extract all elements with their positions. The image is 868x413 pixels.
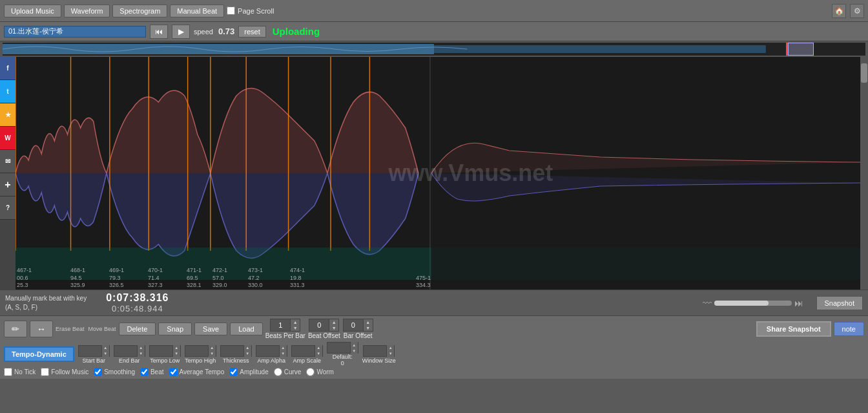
skip-back-button[interactable]: ⏮ xyxy=(150,25,168,39)
snapshot-button[interactable]: Snapshot xyxy=(816,296,863,310)
beat-offset-down[interactable]: ▼ xyxy=(329,325,338,331)
end-bar-up[interactable]: ▲ xyxy=(137,345,145,351)
tempo-dynamic-button[interactable]: Tempo-Dynamic xyxy=(4,346,74,362)
spectrogram-button[interactable]: Spectrogram xyxy=(112,5,167,17)
worm-radio[interactable] xyxy=(306,368,315,376)
help-button[interactable]: ? xyxy=(0,196,16,220)
no-tick-checkbox[interactable] xyxy=(4,368,12,376)
beats-per-bar-label: Beats Per Bar xyxy=(265,332,305,339)
amplitude-checkbox[interactable] xyxy=(229,368,238,376)
thickness-spinbox[interactable]: ▲ ▼ xyxy=(220,345,252,357)
tempo-high-spinbox[interactable]: ▲ ▼ xyxy=(185,345,216,357)
save-button[interactable]: Save xyxy=(194,323,227,335)
tempo-low-input[interactable] xyxy=(150,347,172,354)
average-tempo-checkbox[interactable] xyxy=(169,368,178,376)
amp-scale-down[interactable]: ▼ xyxy=(315,351,322,357)
no-tick-label: No Tick xyxy=(14,368,36,376)
beats-per-bar-up[interactable]: ▲ xyxy=(291,319,300,325)
controls-row-3: No Tick Follow Music Smoothing Beat Aver… xyxy=(4,368,864,376)
right-scrollbar[interactable] xyxy=(860,57,868,290)
amp-alpha-spinbox[interactable]: ▲ ▼ xyxy=(256,345,287,357)
weibo-icon: W xyxy=(5,134,10,142)
waveform-button[interactable]: Waveform xyxy=(64,5,110,17)
share-snapshot-button[interactable]: Share Snapshot xyxy=(756,321,831,337)
thickness-input[interactable] xyxy=(221,347,243,354)
amp-alpha-input[interactable] xyxy=(256,347,279,354)
beats-per-bar-down[interactable]: ▼ xyxy=(291,325,300,331)
tempo-low-up[interactable]: ▲ xyxy=(172,345,180,351)
load-button[interactable]: Load xyxy=(230,323,262,335)
start-bar-spinbox[interactable]: ▲ ▼ xyxy=(78,345,110,357)
start-bar-down[interactable]: ▼ xyxy=(101,351,109,357)
amp-alpha-up[interactable]: ▲ xyxy=(279,345,287,351)
curve-radio[interactable] xyxy=(274,368,282,376)
tempo-low-down[interactable]: ▼ xyxy=(172,351,180,357)
end-bar-spinbox[interactable]: ▲ ▼ xyxy=(114,345,145,357)
volume-slider[interactable] xyxy=(714,301,792,306)
delete-button[interactable]: Delete xyxy=(119,323,156,335)
erase-beat-label: Erase Beat xyxy=(56,326,85,332)
bar-offset-input[interactable] xyxy=(344,321,363,329)
file-name-input[interactable]: 01.出水莲-侯宁希 xyxy=(4,26,146,37)
smoothing-checkbox[interactable] xyxy=(94,368,102,376)
amp-scale-input[interactable] xyxy=(292,347,315,354)
default-down[interactable]: ▼ xyxy=(350,348,358,354)
beat-offset-spinbox[interactable]: ▲ ▼ xyxy=(309,319,339,332)
tempo-high-input[interactable] xyxy=(185,347,208,354)
scroll-handle[interactable] xyxy=(861,63,867,83)
snap-button[interactable]: Snap xyxy=(158,323,192,335)
beat-checkbox[interactable] xyxy=(140,368,149,376)
erase-beat-icon-btn[interactable]: ✏ xyxy=(4,321,27,337)
no-tick-checkbox-item: No Tick xyxy=(4,368,36,376)
svg-rect-14 xyxy=(16,248,431,280)
window-size-down[interactable]: ▼ xyxy=(386,351,394,357)
thickness-up[interactable]: ▲ xyxy=(243,345,251,351)
thickness-down[interactable]: ▼ xyxy=(243,351,251,357)
beat-offset-arrows: ▲ ▼ xyxy=(329,319,338,331)
favorite-button[interactable]: ★ xyxy=(0,103,16,127)
amp-scale-up[interactable]: ▲ xyxy=(315,345,322,351)
window-size-up[interactable]: ▲ xyxy=(386,345,394,351)
window-size-input[interactable] xyxy=(364,347,386,354)
amp-alpha-down[interactable]: ▼ xyxy=(279,351,287,357)
play-button[interactable]: ▶ xyxy=(172,25,190,39)
default-up[interactable]: ▲ xyxy=(350,342,358,348)
beat-offset-input[interactable] xyxy=(309,321,329,329)
amp-scale-spinbox[interactable]: ▲ ▼ xyxy=(291,345,323,357)
end-bar-input[interactable] xyxy=(114,347,137,354)
beat-offset-up[interactable]: ▲ xyxy=(329,319,338,325)
settings-icon[interactable]: ⚙ xyxy=(850,4,864,18)
bar-offset-up[interactable]: ▲ xyxy=(364,319,373,325)
end-bar-down[interactable]: ▼ xyxy=(137,351,145,357)
bar-offset-spinbox[interactable]: ▲ ▼ xyxy=(343,319,373,332)
note-button[interactable]: note xyxy=(834,322,864,336)
tempo-high-down[interactable]: ▼ xyxy=(208,351,216,357)
twitter-button[interactable]: t xyxy=(0,80,16,103)
beats-per-bar-input[interactable] xyxy=(271,321,290,329)
tempo-low-spinbox[interactable]: ▲ ▼ xyxy=(149,345,181,357)
start-bar-up[interactable]: ▲ xyxy=(101,345,109,351)
waveform-display[interactable]: www.Vmus.net 467-1 00.6 25.3 468-1 94.5 … xyxy=(16,57,860,290)
mail-button[interactable]: ✉ xyxy=(0,150,16,173)
tempo-high-up[interactable]: ▲ xyxy=(208,345,216,351)
beats-per-bar-spinbox[interactable]: ▲ ▼ xyxy=(270,319,300,332)
reset-button[interactable]: reset xyxy=(238,26,265,37)
upload-music-button[interactable]: Upload Music xyxy=(4,5,61,17)
fast-forward-icon[interactable]: ⏭ xyxy=(794,298,803,308)
manual-beat-button[interactable]: Manual Beat xyxy=(170,5,224,17)
star-icon: ★ xyxy=(5,111,11,118)
default-spinbox[interactable]: ▲ ▼ xyxy=(327,342,358,354)
home-icon[interactable]: 🏠 xyxy=(832,4,846,18)
move-beat-icon-btn[interactable]: ↔ xyxy=(30,321,53,337)
bar-offset-down[interactable]: ▼ xyxy=(364,325,373,331)
overview-waveform[interactable] xyxy=(3,43,865,56)
facebook-button[interactable]: f xyxy=(0,57,16,80)
page-scroll-checkbox[interactable] xyxy=(227,6,235,15)
weibo-button[interactable]: W xyxy=(0,127,16,150)
add-button[interactable]: + xyxy=(0,173,16,196)
beat-label: Beat xyxy=(150,368,164,376)
default-input[interactable] xyxy=(327,344,350,352)
start-bar-input[interactable] xyxy=(79,347,101,354)
window-size-spinbox[interactable]: ▲ ▼ xyxy=(363,345,395,357)
follow-music-checkbox[interactable] xyxy=(41,368,49,376)
